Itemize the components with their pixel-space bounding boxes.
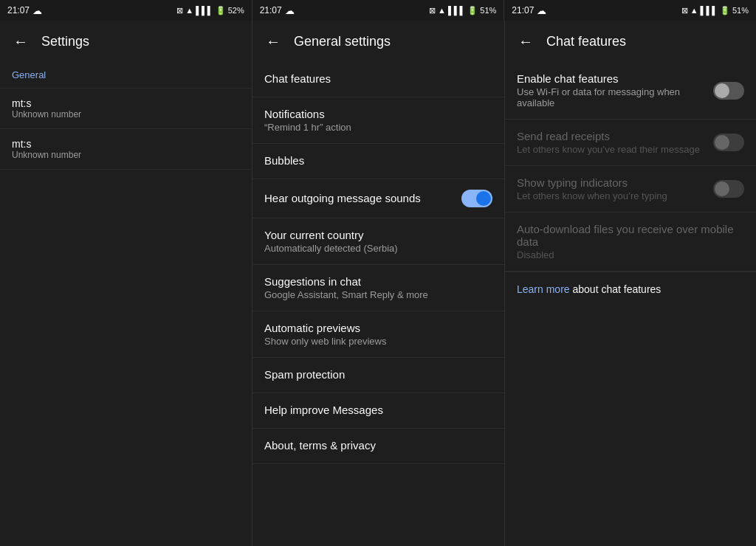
read-receipts-text: Send read receipts Let others know you’v… [517, 130, 713, 155]
general-settings-back-icon[interactable]: ← [264, 32, 282, 50]
typing-indicators-title: Show typing indicators [517, 176, 704, 189]
outgoing-sounds-slider [461, 190, 492, 207]
read-receipts-row: Send read receipts Let others know you’v… [505, 120, 756, 166]
status-bar-2: 21:07 ☁ ⊠ ▲ ▌▌▌ 🔋 51% [252, 0, 505, 21]
bubbles-item[interactable]: Bubbles [252, 144, 504, 179]
enable-chat-text: Enable chat features Use Wi-Fi or data f… [517, 72, 713, 108]
auto-previews-title: Automatic previews [264, 322, 492, 334]
settings-back-icon[interactable]: ← [12, 32, 30, 50]
bars-icon-1: ▌▌▌ [196, 6, 213, 15]
auto-previews-item[interactable]: Automatic previews Show only web link pr… [252, 311, 504, 358]
outgoing-sounds-item[interactable]: Hear outgoing message sounds [252, 179, 504, 218]
auto-download-title: Auto-download files you receive over mob… [517, 223, 744, 248]
battery-pct-2: 51% [480, 6, 496, 15]
contact-sub-1: Unknown number [12, 109, 240, 120]
chat-features-title: Chat features [546, 34, 626, 49]
battery-icon-2: 🔋 [467, 6, 478, 15]
status-time-2: 21:07 ☁ [260, 5, 295, 16]
enable-chat-slider [713, 82, 744, 100]
enable-chat-toggle[interactable] [713, 82, 744, 100]
bubbles-title: Bubbles [264, 154, 492, 167]
outgoing-sounds-text: Hear outgoing message sounds [264, 192, 461, 206]
status-icons-2: ⊠ ▲ ▌▌▌ 🔋 51% [429, 6, 496, 15]
auto-download-row: Auto-download files you receive over mob… [505, 212, 756, 272]
battery-pct-3: 51% [732, 6, 749, 15]
chat-features-header: ← Chat features [505, 21, 756, 62]
cloud-icon-3: ☁ [537, 5, 546, 16]
suggestions-item[interactable]: Suggestions in chat Google Assistant, Sm… [252, 265, 504, 311]
status-time-3: 21:07 ☁ [512, 5, 546, 16]
contact-name-1: mt:s [12, 97, 240, 109]
typing-indicators-slider [713, 180, 744, 198]
wifi-icon-2: ▲ [438, 6, 446, 15]
battery-pct-1: 52% [228, 6, 244, 15]
enable-chat-title: Enable chat features [517, 72, 704, 85]
signal-icon-2: ⊠ [429, 6, 436, 15]
typing-indicators-row: Show typing indicators Let others know w… [505, 166, 756, 212]
wifi-icon-1: ▲ [185, 6, 193, 15]
about-item[interactable]: About, terms & privacy [252, 429, 504, 464]
suggestions-title: Suggestions in chat [264, 275, 492, 288]
status-bar-3: 21:07 ☁ ⊠ ▲ ▌▌▌ 🔋 51% [504, 0, 756, 21]
contact-item-1[interactable]: mt:s Unknown number [0, 89, 252, 129]
bars-icon-3: ▌▌▌ [701, 6, 718, 15]
time-1: 21:07 [7, 5, 30, 15]
battery-icon-3: 🔋 [720, 6, 730, 15]
typing-indicators-text: Show typing indicators Let others know w… [517, 176, 713, 201]
outgoing-sounds-toggle[interactable] [461, 190, 492, 207]
status-bars-container: 21:07 ☁ ⊠ ▲ ▌▌▌ 🔋 52% 21:07 ☁ ⊠ ▲ ▌▌▌ 🔋 … [0, 0, 756, 21]
time-3: 21:07 [512, 5, 534, 15]
general-settings-header: ← General settings [252, 21, 504, 62]
typing-indicators-subtitle: Let others know when you’re typing [517, 190, 704, 201]
status-time-1: 21:07 ☁ [7, 5, 42, 16]
read-receipts-toggle [713, 134, 744, 151]
bars-icon-2: ▌▌▌ [448, 6, 465, 15]
chat-features-back-icon[interactable]: ← [517, 32, 535, 50]
auto-download-subtitle: Disabled [517, 249, 744, 260]
typing-indicators-toggle [713, 180, 744, 198]
help-improve-title: Help improve Messages [264, 404, 492, 416]
auto-previews-subtitle: Show only web link previews [264, 336, 492, 347]
signal-icon-1: ⊠ [176, 6, 183, 15]
battery-icon-1: 🔋 [216, 6, 226, 15]
settings-title: Settings [41, 34, 89, 49]
contact-item-2[interactable]: mt:s Unknown number [0, 129, 252, 170]
status-icons-1: ⊠ ▲ ▌▌▌ 🔋 52% [176, 6, 244, 15]
read-receipts-slider [713, 134, 744, 151]
about-title: About, terms & privacy [264, 439, 492, 452]
notifications-item[interactable]: Notifications “Remind 1 hr” action [252, 97, 504, 144]
learn-more-link[interactable]: Learn more [517, 283, 570, 295]
settings-header: ← Settings [0, 21, 252, 62]
spam-protection-item[interactable]: Spam protection [252, 358, 504, 393]
general-settings-title: General settings [294, 34, 391, 49]
spam-protection-title: Spam protection [264, 368, 492, 381]
general-section-label: General [0, 62, 252, 89]
notifications-subtitle: “Remind 1 hr” action [264, 122, 492, 133]
country-title: Your current country [264, 229, 492, 241]
chat-features-item[interactable]: Chat features [252, 62, 504, 97]
time-2: 21:07 [260, 5, 282, 15]
chat-features-title: Chat features [264, 72, 492, 85]
notifications-title: Notifications [264, 108, 492, 120]
enable-chat-row[interactable]: Enable chat features Use Wi-Fi or data f… [505, 62, 756, 120]
enable-chat-subtitle: Use Wi-Fi or data for messaging when ava… [517, 86, 704, 108]
outgoing-sounds-title: Hear outgoing message sounds [264, 192, 453, 204]
help-improve-item[interactable]: Help improve Messages [252, 393, 504, 429]
suggestions-subtitle: Google Assistant, Smart Reply & more [264, 289, 492, 300]
settings-panel: ← Settings General mt:s Unknown number m… [0, 21, 252, 546]
cloud-icon-2: ☁ [285, 5, 295, 16]
status-bar-1: 21:07 ☁ ⊠ ▲ ▌▌▌ 🔋 52% [0, 0, 252, 21]
read-receipts-subtitle: Let others know you’ve read their messag… [517, 144, 704, 155]
contact-name-2: mt:s [12, 138, 240, 150]
country-subtitle: Automatically detected (Serbia) [264, 243, 492, 254]
signal-icon-3: ⊠ [681, 6, 688, 15]
chat-features-panel: ← Chat features Enable chat features Use… [505, 21, 756, 546]
read-receipts-title: Send read receipts [517, 130, 704, 142]
general-settings-panel: ← General settings Chat features Notific… [252, 21, 505, 546]
learn-more-row: Learn more about chat features [505, 272, 756, 306]
contact-sub-2: Unknown number [12, 150, 240, 160]
status-icons-3: ⊠ ▲ ▌▌▌ 🔋 51% [681, 6, 749, 15]
cloud-icon-1: ☁ [32, 5, 42, 16]
wifi-icon-3: ▲ [690, 6, 698, 15]
country-item[interactable]: Your current country Automatically detec… [252, 218, 504, 265]
